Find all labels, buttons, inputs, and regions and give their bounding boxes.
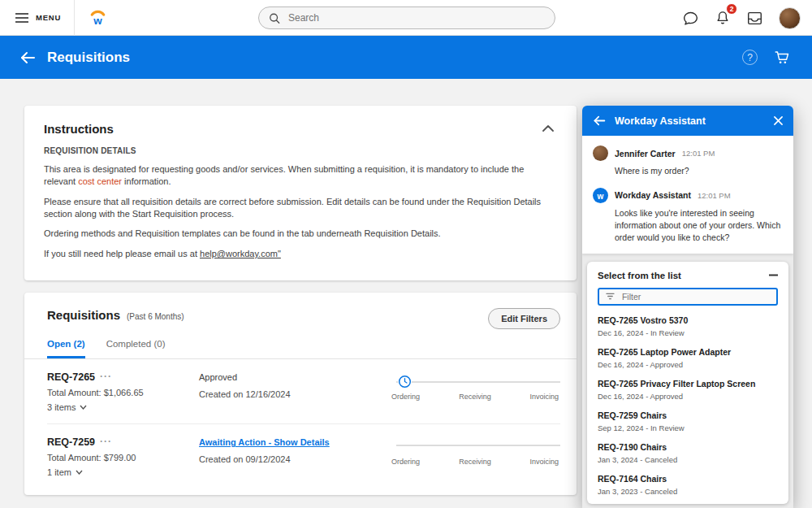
- top-bar: MENU w 2: [0, 0, 812, 36]
- cart-icon: [774, 50, 791, 66]
- option-name: REQ-7265 Privacy Filter Laptop Screen: [598, 379, 778, 389]
- requisition-total: Total Amount: $1,066.65: [47, 388, 199, 397]
- menu-label: MENU: [36, 13, 61, 22]
- requisitions-title: Requisitions: [47, 308, 120, 322]
- step-label-invoicing: Invoicing: [529, 393, 559, 401]
- page-header: Requisitions ?: [0, 36, 812, 79]
- user-avatar: [779, 7, 801, 29]
- step-label-receiving: Receiving: [459, 458, 491, 466]
- requisitions-card: Requisitions (Past 6 Months) Edit Filter…: [24, 293, 577, 495]
- back-button[interactable]: [19, 51, 36, 64]
- assistant-header: Workday Assistant: [582, 106, 793, 136]
- search-icon: [269, 12, 280, 24]
- awaiting-action-link[interactable]: Awaiting Action - Show Details: [199, 436, 390, 447]
- search-bar[interactable]: [258, 7, 555, 29]
- svg-text:w: w: [597, 191, 604, 200]
- hamburger-menu-icon: [15, 12, 29, 24]
- assistant-chat: Jennifer Carter 12:01 PM Where is my ord…: [582, 136, 793, 254]
- back-arrow-icon: [593, 115, 606, 126]
- tab-completed[interactable]: Completed (0): [106, 339, 166, 358]
- option-meta: Sep 12, 2024 - In Review: [598, 423, 778, 432]
- chat-icon: [682, 10, 699, 27]
- workday-logo[interactable]: w: [75, 7, 108, 28]
- instructions-paragraph-1: This area is designated for requesting g…: [44, 163, 557, 188]
- list-filter-box[interactable]: [598, 288, 778, 306]
- progress-tracker: Ordering Receiving Invoicing: [390, 438, 560, 472]
- p4-text: If you still need help please email us a…: [44, 249, 200, 258]
- requisition-row: REQ-7259 ··· Total Amount: $799.00 1 ite…: [24, 424, 577, 488]
- option-meta: Dec 16, 2024 - Approved: [598, 360, 778, 369]
- list-item[interactable]: REQ-7265 Privacy Filter Laptop Screen De…: [598, 379, 778, 401]
- help-button[interactable]: ?: [742, 50, 758, 65]
- step-label-invoicing: Invoicing: [529, 458, 559, 466]
- chat-message: Jennifer Carter 12:01 PM Where is my ord…: [593, 145, 783, 177]
- progress-line: [396, 445, 560, 446]
- p1-text-after: information.: [122, 176, 171, 186]
- requisitions-tabs: Open (2) Completed (0): [24, 329, 577, 359]
- minus-icon: [769, 274, 778, 276]
- chevron-down-icon: [80, 405, 87, 410]
- collapse-list-button[interactable]: [769, 274, 778, 276]
- list-filter-input[interactable]: [620, 291, 770, 302]
- related-actions-icon[interactable]: ···: [100, 374, 112, 380]
- related-actions-icon[interactable]: ···: [100, 439, 112, 445]
- help-email-link[interactable]: help@workday.com": [200, 249, 281, 258]
- select-from-list-card: Select from the list REQ-7265 Vostro 537…: [587, 262, 788, 505]
- requisition-id: REQ-7265: [47, 371, 95, 383]
- back-arrow-icon: [19, 51, 36, 64]
- option-meta: Jan 3, 2023 - Canceled: [598, 487, 778, 496]
- assistant-title: Workday Assistant: [615, 115, 765, 127]
- list-item[interactable]: REQ-7265 Vostro 5370 Dec 16, 2024 - In R…: [598, 315, 778, 337]
- list-item[interactable]: REQ-7190 Chairs Jan 3, 2024 - Canceled: [598, 442, 778, 464]
- search-input[interactable]: [287, 11, 545, 24]
- option-name: REQ-7259 Chairs: [598, 410, 778, 421]
- clock-icon: [398, 375, 412, 389]
- list-item[interactable]: REQ-7164 Chairs Jan 3, 2023 - Canceled: [598, 474, 778, 496]
- notification-badge: 2: [726, 3, 737, 15]
- cart-button[interactable]: [774, 50, 791, 66]
- chat-button[interactable]: [682, 10, 699, 27]
- filter-icon: [606, 292, 615, 301]
- instructions-title: Instructions: [44, 122, 114, 136]
- edit-filters-button[interactable]: Edit Filters: [488, 308, 560, 329]
- message-time: 12:01 PM: [698, 191, 731, 200]
- requisition-total: Total Amount: $799.00: [47, 453, 199, 462]
- option-name: REQ-7190 Chairs: [598, 442, 778, 453]
- inbox-icon: [746, 11, 763, 26]
- tab-open[interactable]: Open (2): [47, 339, 85, 358]
- requisitions-subtitle: (Past 6 Months): [127, 312, 184, 321]
- message-sender: Jennifer Carter: [615, 149, 676, 158]
- step-label-receiving: Receiving: [459, 393, 491, 401]
- list-item[interactable]: REQ-7259 Chairs Sep 12, 2024 - In Review: [598, 410, 778, 432]
- list-item[interactable]: REQ-7265 Laptop Power Adapter Dec 16, 20…: [598, 347, 778, 369]
- inbox-button[interactable]: [746, 11, 763, 26]
- progress-tracker: Ordering Receiving Invoicing: [390, 373, 560, 407]
- assistant-back-button[interactable]: [593, 115, 606, 126]
- requisition-row: REQ-7265 ··· Total Amount: $1,066.65 3 i…: [24, 359, 577, 423]
- menu-button[interactable]: MENU: [0, 0, 74, 35]
- cost-center-highlight: cost center: [78, 176, 122, 186]
- notifications-button[interactable]: 2: [715, 9, 731, 27]
- close-icon: [774, 116, 783, 125]
- requisition-id: REQ-7259: [47, 436, 95, 448]
- items-toggle[interactable]: 1 item: [47, 467, 83, 477]
- workday-assistant-panel: Workday Assistant Jennifer Carter 12:01 …: [582, 106, 793, 508]
- select-list-title: Select from the list: [598, 271, 681, 280]
- profile-button[interactable]: [779, 7, 801, 29]
- items-label: 1 item: [47, 467, 71, 477]
- instructions-paragraph-2: Please ensure that all requisition detai…: [44, 196, 557, 220]
- assistant-close-button[interactable]: [774, 116, 783, 125]
- chat-message: w Workday Assistant 12:01 PM Looks like …: [593, 188, 783, 244]
- message-text: Where is my order?: [615, 165, 783, 177]
- message-time: 12:01 PM: [682, 149, 715, 158]
- message-sender: Workday Assistant: [615, 190, 691, 200]
- chevron-up-icon: [542, 125, 554, 132]
- items-toggle[interactable]: 3 items: [47, 402, 87, 412]
- collapse-instructions-button[interactable]: [539, 122, 557, 135]
- progress-line: [396, 381, 560, 383]
- topbar-actions: 2: [682, 0, 801, 36]
- option-name: REQ-7164 Chairs: [598, 474, 778, 484]
- chevron-down-icon: [76, 470, 83, 475]
- requisition-created: Created on 12/16/2024: [199, 389, 390, 399]
- user-message-avatar: [593, 145, 608, 161]
